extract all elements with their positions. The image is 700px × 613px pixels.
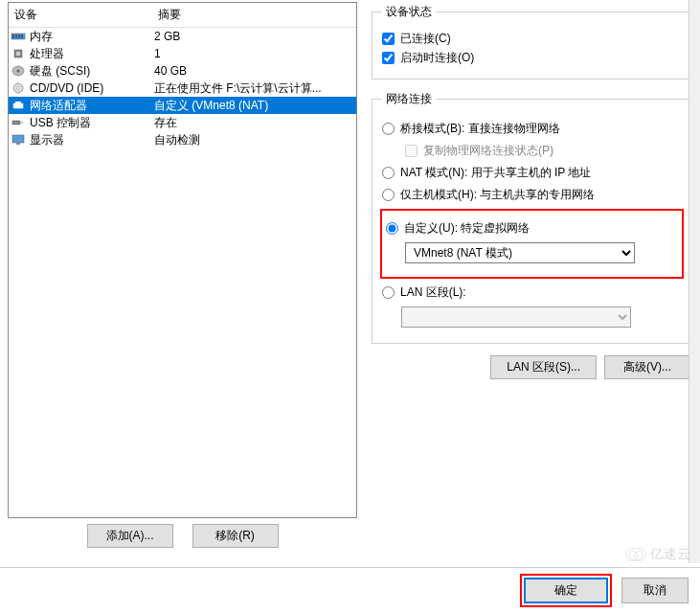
device-summary: 自动检测 (154, 132, 354, 148)
lan-segment-select (401, 306, 631, 328)
ok-button[interactable]: 确定 (524, 578, 608, 603)
watermark-text: 亿速云 (650, 546, 690, 563)
usb-icon (11, 116, 26, 129)
device-summary: 自定义 (VMnet8 (NAT) (154, 98, 354, 114)
device-name: 处理器 (30, 46, 154, 62)
lan-segments-button[interactable]: LAN 区段(S)... (490, 355, 597, 379)
cpu-icon (11, 47, 26, 60)
device-name: 硬盘 (SCSI) (30, 63, 154, 79)
table-row[interactable]: 处理器1 (9, 45, 356, 62)
lan-segment-radio-row[interactable]: LAN 区段(L): (382, 284, 682, 301)
device-summary: 正在使用文件 F:\云计算\云计算... (154, 80, 354, 97)
header-device: 设备 (9, 3, 152, 27)
advanced-button[interactable]: 高级(V)... (604, 355, 690, 379)
svg-rect-12 (15, 102, 21, 103)
lan-segment-radio[interactable] (382, 286, 395, 299)
network-icon (11, 99, 26, 112)
svg-rect-2 (15, 34, 17, 38)
svg-rect-4 (21, 34, 23, 38)
device-name: CD/DVD (IDE) (30, 81, 154, 95)
device-status-legend: 设备状态 (382, 4, 436, 20)
custom-highlight: 自定义(U): 特定虚拟网络 VMnet8 (NAT 模式) (380, 209, 684, 279)
device-summary: 1 (154, 47, 354, 60)
right-edge (689, 0, 700, 563)
table-row[interactable]: 网络适配器自定义 (VMnet8 (NAT) (9, 97, 356, 114)
connected-checkbox-row[interactable]: 已连接(C) (382, 31, 682, 47)
device-summary: 2 GB (154, 30, 354, 43)
svg-rect-6 (16, 52, 20, 56)
remove-button[interactable]: 移除(R) (192, 524, 279, 548)
connected-checkbox[interactable] (382, 33, 395, 45)
cancel-button[interactable]: 取消 (621, 578, 689, 603)
svg-rect-1 (12, 34, 14, 38)
network-connection-group: 网络连接 桥接模式(B): 直接连接物理网络 复制物理网络连接状态(P) NAT… (372, 91, 692, 344)
device-name: 显示器 (30, 132, 154, 148)
device-summary: 存在 (154, 115, 354, 131)
bottom-bar: 确定 取消 (0, 567, 700, 613)
memory-icon (11, 30, 26, 43)
display-icon (11, 133, 26, 147)
table-row[interactable]: CD/DVD (IDE)正在使用文件 F:\云计算\云计算... (9, 79, 356, 97)
lan-segment-label: LAN 区段(L): (400, 284, 466, 301)
connect-start-checkbox[interactable] (382, 52, 395, 64)
device-name: 网络适配器 (30, 98, 154, 114)
svg-rect-15 (12, 135, 24, 143)
svg-rect-11 (13, 103, 23, 108)
custom-radio[interactable] (386, 222, 398, 235)
custom-network-select[interactable]: VMnet8 (NAT 模式) (405, 242, 635, 263)
device-name: 内存 (30, 29, 154, 45)
table-row[interactable]: 显示器自动检测 (9, 131, 356, 148)
nat-label: NAT 模式(N): 用于共享主机的 IP 地址 (400, 165, 591, 181)
ok-highlight: 确定 (520, 574, 612, 607)
bridged-label: 桥接模式(B): 直接连接物理网络 (400, 121, 560, 137)
table-row[interactable]: 硬盘 (SCSI)40 GB (9, 62, 356, 79)
replicate-checkbox-row: 复制物理网络连接状态(P) (405, 143, 682, 159)
device-table: 设备 摘要 内存2 GB处理器1硬盘 (SCSI)40 GBCD/DVD (ID… (8, 2, 357, 518)
table-row[interactable]: USB 控制器存在 (9, 114, 356, 131)
hostonly-radio[interactable] (382, 189, 395, 201)
table-row[interactable]: 内存2 GB (9, 28, 356, 45)
bridged-radio-row[interactable]: 桥接模式(B): 直接连接物理网络 (382, 121, 682, 137)
device-name: USB 控制器 (30, 115, 154, 131)
nat-radio-row[interactable]: NAT 模式(N): 用于共享主机的 IP 地址 (382, 165, 682, 181)
hostonly-label: 仅主机模式(H): 与主机共享的专用网络 (400, 187, 595, 203)
table-header: 设备 摘要 (9, 3, 356, 28)
svg-rect-14 (20, 122, 23, 124)
hostonly-radio-row[interactable]: 仅主机模式(H): 与主机共享的专用网络 (382, 187, 682, 203)
add-button[interactable]: 添加(A)... (87, 524, 173, 548)
svg-point-10 (17, 87, 20, 90)
bridged-radio[interactable] (382, 123, 395, 135)
nat-radio[interactable] (382, 167, 395, 179)
replicate-label: 复制物理网络连接状态(P) (423, 143, 553, 159)
replicate-checkbox (405, 145, 418, 157)
cd-icon (11, 81, 26, 95)
device-list: 内存2 GB处理器1硬盘 (SCSI)40 GBCD/DVD (IDE)正在使用… (9, 28, 356, 148)
connect-start-label: 启动时连接(O) (400, 50, 474, 66)
svg-rect-16 (16, 143, 20, 145)
network-connection-legend: 网络连接 (382, 91, 436, 107)
connect-start-checkbox-row[interactable]: 启动时连接(O) (382, 50, 682, 66)
connected-label: 已连接(C) (400, 31, 451, 47)
device-status-group: 设备状态 已连接(C) 启动时连接(O) (372, 4, 692, 79)
watermark: 亿速云 (625, 546, 690, 563)
disk-icon (11, 64, 26, 78)
svg-rect-3 (18, 34, 20, 38)
device-summary: 40 GB (154, 64, 354, 78)
watermark-icon (625, 548, 646, 561)
custom-radio-row[interactable]: 自定义(U): 特定虚拟网络 (386, 220, 676, 237)
custom-label: 自定义(U): 特定虚拟网络 (404, 220, 530, 237)
svg-rect-13 (12, 121, 20, 125)
header-summary: 摘要 (152, 3, 356, 27)
svg-point-8 (17, 70, 20, 73)
